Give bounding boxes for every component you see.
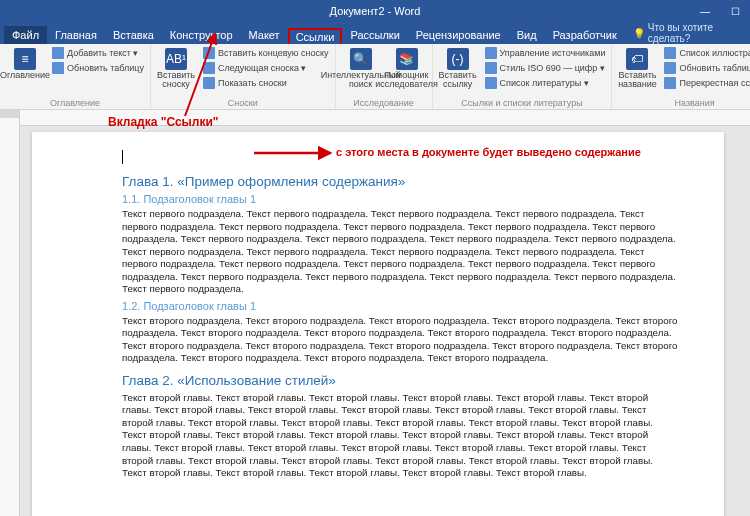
ribbon-group: (-)Вставить ссылкуУправление источниками… bbox=[433, 44, 613, 109]
ribbon-icon: ≡ bbox=[14, 48, 36, 70]
ribbon-button-label: Перекрестная ссылка bbox=[679, 78, 750, 88]
annotation-arrow-to-tab bbox=[175, 30, 235, 120]
ribbon-icon bbox=[52, 47, 64, 59]
ribbon-button[interactable]: 🏷Вставить название bbox=[616, 46, 658, 92]
ribbon: ≡ОглавлениеДобавить текст ▾Обновить табл… bbox=[0, 44, 750, 110]
ribbon-icon: 📚 bbox=[396, 48, 418, 70]
document-page[interactable]: Глава 1. «Пример оформления содержания» … bbox=[32, 132, 724, 516]
ribbon-icon bbox=[52, 62, 64, 74]
body-paragraph: Текст первого подраздела. Текст первого … bbox=[122, 208, 680, 296]
lightbulb-icon: 💡 bbox=[633, 28, 645, 39]
tab-view[interactable]: Вид bbox=[509, 26, 545, 44]
ribbon-icon bbox=[664, 47, 676, 59]
vertical-ruler[interactable] bbox=[0, 110, 20, 516]
ribbon-group-caption: Исследование bbox=[340, 98, 428, 109]
heading-1: Глава 1. «Пример оформления содержания» bbox=[122, 174, 680, 189]
ribbon-icon bbox=[664, 77, 676, 89]
ribbon-icon bbox=[664, 62, 676, 74]
heading-2: 1.1. Подзаголовок главы 1 bbox=[122, 193, 680, 205]
ribbon-button[interactable]: Список литературы ▾ bbox=[483, 76, 608, 90]
ribbon-button[interactable]: Стиль ISO 690 — цифр ▾ bbox=[483, 61, 608, 75]
ribbon-button[interactable]: 📚Помощник исследователя bbox=[386, 46, 428, 92]
ribbon-icon: 🔍 bbox=[350, 48, 372, 70]
ribbon-icon bbox=[485, 47, 497, 59]
tab-home[interactable]: Главная bbox=[47, 26, 105, 44]
tab-references[interactable]: Ссылки bbox=[288, 28, 343, 44]
svg-line-0 bbox=[185, 34, 215, 116]
ribbon-button-label: Обновить таблицу bbox=[679, 63, 750, 73]
tab-file[interactable]: Файл bbox=[4, 26, 47, 44]
ribbon-group-caption: Оглавление bbox=[4, 98, 146, 109]
ribbon-button-label: Оглавление bbox=[0, 71, 50, 80]
tab-developer[interactable]: Разработчик bbox=[545, 26, 625, 44]
ribbon-button-label: Стиль ISO 690 — цифр ▾ bbox=[500, 63, 605, 73]
tab-review[interactable]: Рецензирование bbox=[408, 26, 509, 44]
ribbon-button[interactable]: Обновить таблицу bbox=[662, 61, 750, 75]
ribbon-button[interactable]: Список иллюстраций bbox=[662, 46, 750, 60]
ribbon-group: ≡ОглавлениеДобавить текст ▾Обновить табл… bbox=[0, 44, 151, 109]
ribbon-button[interactable]: Добавить текст ▾ bbox=[50, 46, 146, 60]
maximize-icon[interactable]: ☐ bbox=[720, 0, 750, 22]
window-title: Документ2 - Word bbox=[330, 5, 421, 17]
annotation-cursor-label: с этого места в документе будет выведено… bbox=[336, 146, 641, 158]
ribbon-icon bbox=[485, 77, 497, 89]
ribbon-tabs: Файл Главная Вставка Конструктор Макет С… bbox=[0, 22, 750, 44]
tell-me-search[interactable]: 💡 Что вы хотите сделать? bbox=[633, 22, 750, 44]
ribbon-icon: (-) bbox=[447, 48, 469, 70]
ribbon-group-caption: Названия bbox=[616, 98, 750, 109]
annotation-tab-label: Вкладка "Ссылки" bbox=[108, 115, 219, 129]
document-area: Глава 1. «Пример оформления содержания» … bbox=[0, 110, 750, 516]
body-paragraph: Текст второй главы. Текст второй главы. … bbox=[122, 392, 680, 480]
ribbon-button-label: Вставить ссылку bbox=[437, 71, 479, 90]
ribbon-group: 🏷Вставить названиеСписок иллюстрацийОбно… bbox=[612, 44, 750, 109]
text-cursor bbox=[122, 150, 123, 164]
ribbon-button-label: Список иллюстраций bbox=[679, 48, 750, 58]
ribbon-button-label: Помощник исследователя bbox=[375, 71, 438, 90]
heading-2: 1.2. Подзаголовок главы 1 bbox=[122, 300, 680, 312]
minimize-icon[interactable]: — bbox=[690, 0, 720, 22]
tab-layout[interactable]: Макет bbox=[241, 26, 288, 44]
ribbon-button[interactable]: Управление источниками bbox=[483, 46, 608, 60]
ribbon-button-label: Список литературы ▾ bbox=[500, 78, 589, 88]
ribbon-button-label: Добавить текст ▾ bbox=[67, 48, 138, 58]
ribbon-group-caption: Ссылки и списки литературы bbox=[437, 98, 608, 109]
ribbon-group: 🔍Интеллектуальный поиск📚Помощник исследо… bbox=[336, 44, 433, 109]
heading-1: Глава 2. «Использование стилей» bbox=[122, 373, 680, 388]
ribbon-icon bbox=[485, 62, 497, 74]
ribbon-button[interactable]: Перекрестная ссылка bbox=[662, 76, 750, 90]
body-paragraph: Текст второго подраздела. Текст второго … bbox=[122, 315, 680, 365]
tab-mailings[interactable]: Рассылки bbox=[342, 26, 407, 44]
tab-insert[interactable]: Вставка bbox=[105, 26, 162, 44]
annotation-arrow-to-cursor bbox=[252, 146, 334, 160]
ribbon-button[interactable]: (-)Вставить ссылку bbox=[437, 46, 479, 92]
ribbon-button-label: Управление источниками bbox=[500, 48, 606, 58]
ribbon-button-label: Обновить таблицу bbox=[67, 63, 144, 73]
ribbon-icon: 🏷 bbox=[626, 48, 648, 70]
ribbon-button[interactable]: Обновить таблицу bbox=[50, 61, 146, 75]
ribbon-button[interactable]: ≡Оглавление bbox=[4, 46, 46, 82]
titlebar: Документ2 - Word — ☐ bbox=[0, 0, 750, 22]
ribbon-button-label: Вставить название bbox=[616, 71, 658, 90]
